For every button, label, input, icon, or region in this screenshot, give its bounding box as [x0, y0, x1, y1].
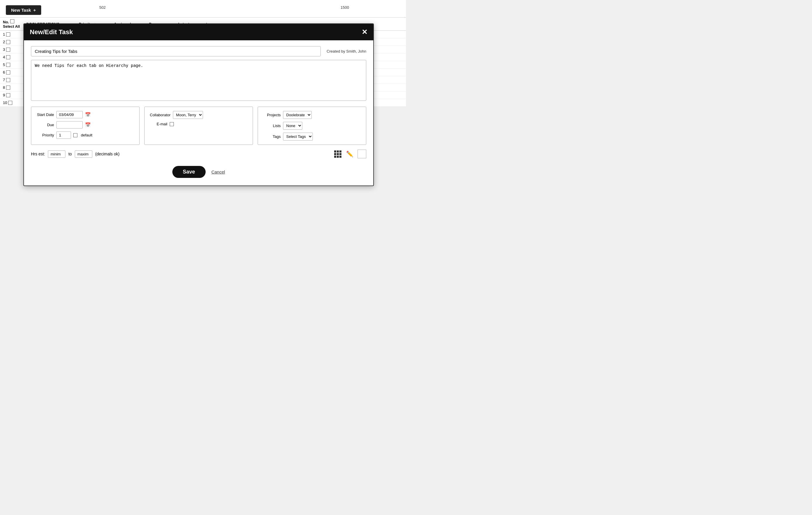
dates-priority-panel: Start Date 📅 Due 📅 Priority default	[31, 107, 140, 145]
action-row: Save Cancel	[31, 163, 366, 180]
row-checkbox[interactable]	[6, 78, 10, 82]
projects-row: Projects Doolebrate	[263, 111, 361, 119]
row-no: 10	[3, 101, 21, 105]
priority-row: Priority default	[36, 132, 134, 139]
pencil-icon[interactable]: ✏️	[346, 150, 353, 158]
row-checkbox[interactable]	[6, 70, 10, 75]
form-panels: Start Date 📅 Due 📅 Priority default	[31, 107, 366, 145]
row-checkbox[interactable]	[8, 101, 12, 105]
row-no: 4	[3, 55, 21, 59]
collaborator-label: Collaborator	[150, 113, 171, 117]
due-input[interactable]	[56, 121, 83, 128]
modal-header: New/Edit Task ✕	[24, 24, 373, 40]
collaborator-panel: Collaborator Moon, Terry E-mail	[144, 107, 253, 145]
lists-select[interactable]: None	[283, 122, 302, 130]
save-button[interactable]: Save	[172, 166, 206, 178]
due-calendar-icon[interactable]: 📅	[85, 122, 91, 128]
row-checkbox[interactable]	[6, 55, 10, 59]
to-label: to	[68, 152, 72, 156]
row-no: 5	[3, 62, 21, 67]
header-no: No. Select All	[3, 19, 21, 29]
row-no: 6	[3, 70, 21, 75]
tags-row: Tags Select Tags	[263, 133, 361, 141]
collaborator-select[interactable]: Moon, Terry	[173, 111, 203, 119]
row-checkbox[interactable]	[6, 32, 10, 36]
task-title-input[interactable]	[31, 46, 321, 56]
row-no: 3	[3, 47, 21, 52]
email-row: E-mail	[150, 122, 248, 126]
decimals-label: (decimals ok)	[95, 152, 119, 156]
hours-min-input[interactable]	[48, 150, 65, 158]
new-edit-task-modal: New/Edit Task ✕ Created by Smith, John S…	[23, 23, 374, 186]
default-label: default	[81, 133, 92, 137]
row-no: 1	[3, 32, 21, 36]
due-row: Due 📅	[36, 121, 134, 128]
start-date-row: Start Date 📅	[36, 111, 134, 118]
priority-input[interactable]	[56, 132, 71, 139]
annotation-502: 502	[99, 5, 106, 10]
new-task-button[interactable]: New Task +	[6, 5, 41, 15]
tags-label: Tags	[263, 134, 281, 139]
lists-row: Lists None	[263, 122, 361, 130]
small-square-checkbox[interactable]	[357, 149, 366, 158]
title-row: Created by Smith, John	[31, 46, 366, 56]
new-task-label: New Task	[11, 8, 31, 12]
collaborator-row: Collaborator Moon, Terry	[150, 111, 248, 119]
lists-label: Lists	[263, 123, 281, 128]
due-label: Due	[36, 123, 54, 127]
plus-icon: +	[33, 8, 36, 12]
email-label: E-mail	[150, 122, 167, 126]
projects-panel: Projects Doolebrate Lists None Tags Sele…	[258, 107, 366, 145]
hours-max-input[interactable]	[75, 150, 92, 158]
projects-select[interactable]: Doolebrate	[283, 111, 312, 119]
default-checkbox[interactable]	[73, 133, 78, 137]
modal-body: Created by Smith, John Start Date 📅 Due …	[24, 40, 373, 185]
select-all-checkbox[interactable]	[10, 19, 14, 23]
row-no: 8	[3, 85, 21, 90]
tags-select[interactable]: Select Tags	[283, 133, 313, 141]
row-checkbox[interactable]	[6, 86, 10, 90]
start-date-input[interactable]	[56, 111, 83, 118]
row-no: 2	[3, 40, 21, 44]
projects-label: Projects	[263, 113, 281, 117]
row-checkbox[interactable]	[6, 40, 10, 44]
hrs-est-label: Hrs est:	[31, 152, 45, 156]
row-checkbox[interactable]	[6, 63, 10, 67]
task-description-textarea[interactable]	[31, 60, 366, 101]
modal-title: New/Edit Task	[30, 28, 73, 36]
start-date-label: Start Date	[36, 112, 54, 117]
cancel-button[interactable]: Cancel	[211, 169, 225, 174]
modal-close-button[interactable]: ✕	[361, 28, 368, 36]
grid-icon[interactable]	[334, 150, 342, 158]
email-checkbox[interactable]	[170, 122, 174, 126]
hours-estimate-row: Hrs est: to (decimals ok) ✏️	[31, 149, 366, 158]
row-checkbox[interactable]	[6, 48, 10, 52]
annotation-1500: 1500	[341, 5, 349, 10]
start-date-calendar-icon[interactable]: 📅	[85, 112, 91, 117]
created-by-label: Created by Smith, John	[326, 49, 366, 54]
row-no: 9	[3, 93, 21, 97]
row-checkbox[interactable]	[6, 93, 10, 97]
row-no: 7	[3, 78, 21, 82]
priority-label: Priority	[36, 133, 54, 137]
